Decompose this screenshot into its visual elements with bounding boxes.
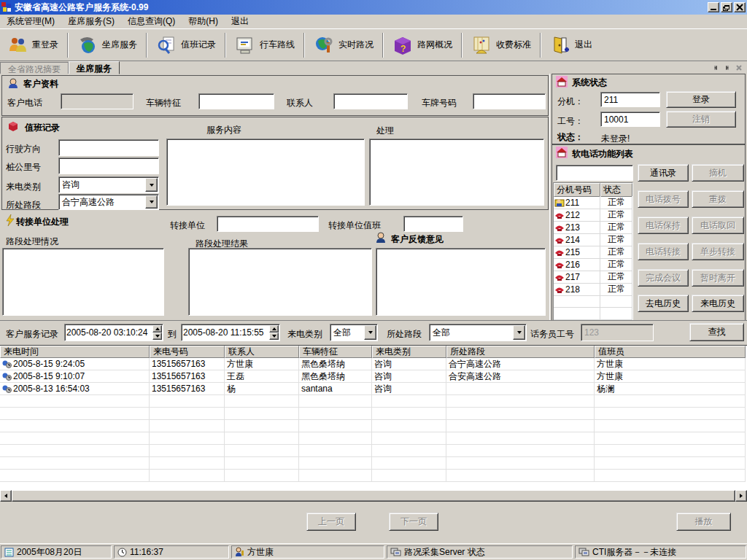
to-datetime-picker[interactable]: 2005-08-20 11:15:55 (181, 324, 280, 341)
extension-row[interactable]: 218 正常 (554, 283, 632, 295)
ext-number-header[interactable]: 分机号码 (554, 183, 600, 197)
tab-province-traffic-summary[interactable]: 全省路况摘要 (0, 62, 69, 74)
extension-row[interactable]: 211 正常 (554, 196, 632, 209)
dial-button[interactable]: 电话拨号 (638, 190, 689, 208)
section-result-textarea[interactable] (188, 248, 372, 316)
route-icon (235, 35, 255, 55)
dropdown-arrow-icon[interactable] (145, 178, 158, 192)
col-road-section[interactable]: 所处路段 (446, 346, 595, 358)
handle-textarea[interactable] (369, 139, 544, 206)
menu-agent-service[interactable]: 座席服务(S) (61, 14, 121, 29)
extension-input[interactable] (600, 92, 660, 107)
worker-id-label: 工号： (557, 115, 584, 128)
worker-id-input[interactable] (600, 112, 660, 127)
toolbar-relogin[interactable]: 重登录 (0, 31, 66, 59)
away-button[interactable]: 暂时离开 (692, 269, 744, 287)
date-icon (4, 548, 14, 557)
col-call-time[interactable]: 来电时间 (0, 346, 150, 358)
direction-input[interactable] (58, 139, 159, 156)
search-button[interactable]: 查找 (689, 323, 744, 341)
col-call-number[interactable]: 来电号码 (150, 346, 225, 358)
hold-button[interactable]: 电话保持 (638, 217, 689, 234)
spin-down-icon[interactable] (152, 332, 162, 340)
transfer-unit-duty-input[interactable] (403, 216, 463, 232)
spin-up-icon[interactable] (152, 325, 162, 332)
road-section-combo[interactable]: 合宁高速公路 (58, 194, 159, 210)
plate-input[interactable] (473, 93, 546, 109)
redial-button[interactable]: 重拨 (692, 190, 744, 208)
transfer-unit-input[interactable] (217, 216, 319, 232)
customer-phone-input[interactable] (61, 93, 133, 109)
spin-up-icon[interactable] (269, 325, 279, 332)
toolbar-realtime-traffic[interactable]: 实时路况 (306, 31, 381, 59)
prev-page-button[interactable]: 上一页 (306, 513, 356, 531)
col-call-type[interactable]: 来电类别 (372, 346, 446, 358)
state-value: 未登录! (601, 133, 630, 145)
dropdown-arrow-icon[interactable] (513, 325, 525, 340)
dropdown-arrow-icon[interactable] (364, 325, 376, 340)
menu-system[interactable]: 系统管理(M) (0, 14, 61, 29)
km-input[interactable] (58, 158, 159, 174)
tab-scroll-right-icon[interactable] (722, 63, 732, 72)
toolbar-route[interactable]: 行车路线 (228, 31, 302, 59)
transfer-button[interactable]: 电话转接 (638, 243, 689, 260)
toolbar-label: 坐席服务 (102, 39, 137, 51)
extension-row[interactable]: 212 正常 (554, 209, 632, 221)
feedback-textarea[interactable] (376, 248, 546, 316)
col-vehicle[interactable]: 车辆特征 (299, 346, 372, 358)
offhook-button[interactable]: 摘机 (692, 164, 744, 182)
extension-row[interactable]: 217 正常 (554, 271, 632, 283)
outgoing-history-button[interactable]: 去电历史 (638, 295, 689, 312)
record-row[interactable]: 2005-8-15 9:10:07 13515657163 王磊 黑色桑塔纳 咨… (0, 370, 747, 383)
contacts-button[interactable]: 通讯录 (638, 164, 689, 182)
service-content-textarea[interactable] (166, 139, 365, 206)
col-duty-officer[interactable]: 值班员 (595, 346, 746, 358)
toolbar-duty-record[interactable]: 值班记录 (149, 31, 223, 59)
dropdown-arrow-icon[interactable] (145, 195, 158, 209)
login-button[interactable]: 登录 (666, 91, 736, 108)
logout-button[interactable]: 注销 (666, 111, 736, 128)
single-step-transfer-button[interactable]: 单步转接 (692, 243, 744, 260)
extension-row[interactable]: 216 正常 (554, 258, 632, 271)
toolbar-exit[interactable]: 退出 (543, 31, 600, 59)
record-row[interactable]: 2005-8-13 16:54:03 13515657163 杨 santana… (0, 383, 747, 395)
tab-scroll-left-icon[interactable] (711, 63, 721, 72)
phone-icon (554, 284, 565, 294)
contact-input[interactable] (333, 93, 408, 109)
extension-row[interactable]: 213 正常 (554, 221, 632, 233)
scrollbar-thumb[interactable] (12, 490, 735, 502)
next-page-button[interactable]: 下一页 (389, 513, 438, 531)
menu-exit[interactable]: 退出 (225, 14, 255, 29)
extension-row[interactable]: 215 正常 (554, 246, 632, 258)
dial-number-input[interactable] (556, 165, 633, 181)
retrieve-button[interactable]: 电话取回 (692, 217, 744, 234)
vehicle-input[interactable] (198, 93, 274, 109)
menu-info-query[interactable]: 信息查询(Q) (121, 14, 182, 29)
toolbar-toll-standard[interactable]: 收费标准 (464, 31, 538, 59)
operator-id-input[interactable] (581, 324, 654, 341)
spin-down-icon[interactable] (269, 332, 279, 340)
section-situation-textarea[interactable] (2, 248, 164, 316)
scroll-left-icon[interactable] (0, 490, 12, 502)
query-call-type-combo[interactable]: 全部 (330, 324, 378, 341)
scroll-right-icon[interactable] (735, 490, 747, 502)
tab-close-icon[interactable] (734, 63, 744, 72)
minimize-button[interactable] (708, 2, 719, 12)
tab-agent-service[interactable]: 坐席服务 (69, 61, 120, 74)
call-type-combo[interactable]: 咨询 (58, 176, 159, 193)
play-button[interactable]: 播放 (676, 513, 731, 531)
incoming-history-button[interactable]: 来电历史 (692, 295, 744, 312)
ext-status-header[interactable]: 状态 (600, 183, 632, 197)
restore-button[interactable] (721, 2, 732, 12)
table-horizontal-scrollbar[interactable] (0, 490, 747, 502)
finish-conference-button[interactable]: 完成会议 (638, 269, 689, 287)
query-road-combo[interactable]: 全部 (429, 324, 527, 341)
col-contact[interactable]: 联系人 (225, 346, 299, 358)
menu-help[interactable]: 帮助(H) (182, 14, 225, 29)
close-button[interactable] (734, 2, 746, 12)
extension-row[interactable]: 214 正常 (554, 233, 632, 246)
from-datetime-picker[interactable]: 2005-08-20 03:10:24 (64, 324, 163, 341)
toolbar-road-network[interactable]: ? 路网概况 (385, 31, 460, 59)
record-row[interactable]: 2005-8-15 9:24:05 13515657163 方世康 黑色桑塔纳 … (0, 358, 747, 370)
toolbar-agent-service[interactable]: 坐席服务 (70, 31, 144, 59)
